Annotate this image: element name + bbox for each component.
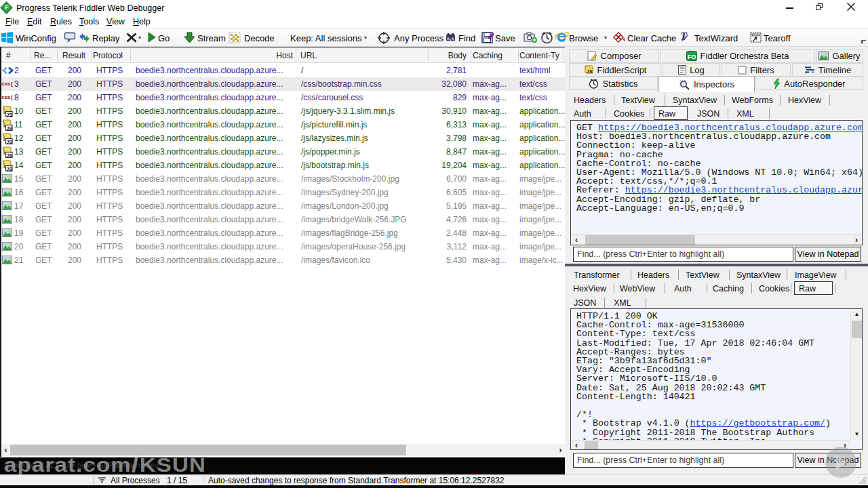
- svg-text:JS: JS: [7, 126, 13, 131]
- svg-text:FO: FO: [688, 54, 696, 60]
- svg-text:JS: JS: [587, 69, 593, 74]
- svg-text:JS: JS: [7, 167, 13, 171]
- svg-text:JS: JS: [7, 113, 13, 117]
- svg-text:JS: JS: [7, 153, 13, 158]
- svg-text:JS: JS: [7, 140, 13, 144]
